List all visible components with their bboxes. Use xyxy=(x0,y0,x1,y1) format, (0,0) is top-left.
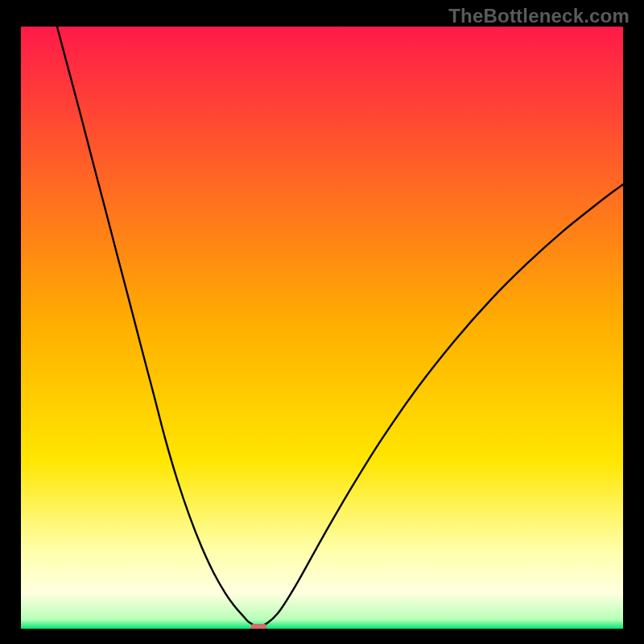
minimum-marker xyxy=(250,624,266,629)
watermark-text: TheBottleneck.com xyxy=(448,5,630,27)
chart-frame: TheBottleneck.com xyxy=(0,0,644,644)
bottleneck-plot xyxy=(21,27,623,629)
